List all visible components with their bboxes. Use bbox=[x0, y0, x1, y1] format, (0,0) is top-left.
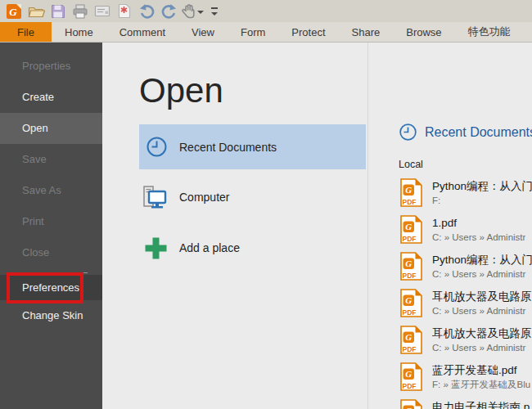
file-path: C: » Users » Administr bbox=[432, 267, 532, 281]
recent-file-item[interactable]: G PDF 耳机放大器及电路原 C: » Users » Administr bbox=[400, 289, 532, 320]
group-label-local: Local bbox=[399, 159, 423, 170]
open-pane: Open Recent Documents Computer bbox=[139, 43, 367, 409]
sidebar-menu-item[interactable]: Properties bbox=[0, 51, 102, 82]
ribbon-tab[interactable]: View bbox=[178, 22, 228, 42]
ribbon-tab[interactable]: 特色功能 bbox=[455, 22, 524, 42]
foxit-app-icon[interactable]: G bbox=[5, 2, 23, 20]
file-title: 蓝牙开发基础.pdf bbox=[432, 363, 530, 378]
ribbon-tab[interactable]: Form bbox=[228, 22, 278, 42]
file-path: F: bbox=[432, 194, 532, 207]
undo-icon[interactable] bbox=[138, 2, 156, 20]
clock-icon bbox=[146, 136, 168, 158]
place-label: Computer bbox=[179, 191, 229, 204]
place-add-a-place[interactable]: Add a place bbox=[139, 231, 366, 265]
pdf-file-icon: G PDF bbox=[400, 215, 422, 244]
file-backstage: PropertiesCreateOpenSaveSave AsPrintClos… bbox=[0, 43, 532, 409]
print-icon[interactable] bbox=[71, 2, 89, 20]
svg-text:G: G bbox=[9, 6, 17, 18]
customize-toolbar-icon[interactable] bbox=[211, 7, 218, 16]
sidebar-menu-item[interactable]: Print bbox=[0, 206, 102, 237]
red-annotation-rectangle bbox=[7, 272, 83, 303]
pdf-file-icon: G PDF bbox=[400, 362, 422, 391]
file-title: 耳机放大器及电路原 bbox=[432, 326, 532, 341]
file-path: F: » 蓝牙开发基础及Blu bbox=[432, 378, 530, 391]
page-title: Open bbox=[139, 72, 223, 110]
svg-text:G: G bbox=[405, 369, 412, 379]
place-label: Add a place bbox=[179, 241, 240, 254]
file-path: C: » Users » Administr bbox=[432, 341, 532, 354]
file-title: Python编程：从入门 bbox=[432, 253, 532, 267]
quick-access-toolbar: G bbox=[0, 0, 532, 22]
recent-file-item[interactable]: G PDF Python编程：从入门 F: bbox=[400, 178, 532, 209]
ribbon-tab[interactable]: Comment bbox=[106, 22, 178, 42]
hand-tool-button[interactable] bbox=[182, 3, 204, 19]
ribbon-tab[interactable]: Share bbox=[339, 22, 394, 42]
svg-text:PDF: PDF bbox=[403, 235, 417, 243]
recent-documents-header: Recent Documents bbox=[399, 123, 532, 142]
svg-text:PDF: PDF bbox=[403, 198, 417, 206]
svg-text:G: G bbox=[405, 185, 412, 195]
redo-icon[interactable] bbox=[160, 2, 178, 20]
ribbon-tab[interactable]: Protect bbox=[278, 22, 338, 42]
sidebar-menu-item[interactable]: Change Skin bbox=[0, 300, 102, 331]
file-path: C: » Users » Administr bbox=[432, 304, 532, 317]
recent-file-item[interactable]: G PDF 1.pdf C: » Users » Administr bbox=[400, 215, 532, 246]
sidebar-menu-item[interactable]: Open bbox=[0, 113, 102, 144]
hand-tool-icon bbox=[182, 3, 196, 19]
svg-text:G: G bbox=[405, 258, 412, 268]
clock-icon bbox=[399, 123, 417, 142]
file-path: C: » Users » Administr bbox=[432, 231, 525, 244]
recent-file-item[interactable]: G PDF Python编程：从入门 C: » Users » Administ… bbox=[400, 252, 532, 283]
file-title: 电力电子相关指南.p bbox=[432, 400, 530, 409]
recent-documents-title: Recent Documents bbox=[425, 125, 532, 140]
recent-file-list: G PDF Python编程：从入门 F: G PDF 1.pdf C: bbox=[400, 178, 532, 409]
ribbon-tab[interactable]: Home bbox=[52, 22, 106, 42]
svg-text:PDF: PDF bbox=[403, 272, 417, 280]
recent-documents-panel: Recent Documents Local G PDF Python编程：从入… bbox=[368, 43, 532, 409]
file-title: 1.pdf bbox=[432, 216, 525, 231]
place-recent-documents[interactable]: Recent Documents bbox=[139, 124, 366, 169]
recent-file-item[interactable]: G PDF 蓝牙开发基础.pdf F: » 蓝牙开发基础及Blu bbox=[400, 362, 532, 393]
recent-file-item[interactable]: G PDF 电力电子相关指南.p bbox=[400, 399, 532, 409]
ribbon-tab[interactable]: Browse bbox=[393, 22, 454, 42]
new-document-icon[interactable] bbox=[115, 2, 133, 20]
file-menu-sidebar: PropertiesCreateOpenSaveSave AsPrintClos… bbox=[0, 43, 102, 409]
sidebar-menu-item[interactable]: Close bbox=[0, 237, 102, 268]
place-computer[interactable]: Computer bbox=[139, 180, 366, 214]
green-plus-icon bbox=[144, 236, 168, 260]
sidebar-menu-item[interactable]: Save As bbox=[0, 175, 102, 206]
recent-file-item[interactable]: G PDF 耳机放大器及电路原 C: » Users » Administr bbox=[400, 326, 532, 357]
ribbon-tab-bar: FileHomeCommentViewFormProtectShareBrows… bbox=[0, 22, 532, 43]
svg-text:G: G bbox=[405, 406, 412, 409]
pdf-file-icon: G PDF bbox=[400, 252, 422, 281]
svg-text:PDF: PDF bbox=[403, 308, 417, 317]
sidebar-menu-item[interactable]: Create bbox=[0, 82, 102, 113]
pdf-file-icon: G PDF bbox=[400, 289, 422, 317]
hand-dropdown-caret-icon[interactable] bbox=[197, 11, 204, 14]
open-folder-icon[interactable] bbox=[27, 2, 45, 20]
email-icon[interactable] bbox=[93, 2, 111, 20]
pdf-file-icon: G PDF bbox=[400, 399, 422, 409]
svg-text:G: G bbox=[405, 295, 412, 305]
save-icon[interactable] bbox=[49, 2, 67, 20]
svg-text:PDF: PDF bbox=[403, 382, 417, 390]
computer-icon bbox=[142, 185, 168, 209]
svg-text:PDF: PDF bbox=[403, 345, 417, 353]
pdf-file-icon: G PDF bbox=[400, 178, 422, 207]
sidebar-menu-item[interactable]: Save bbox=[0, 144, 102, 175]
pdf-file-icon: G PDF bbox=[400, 326, 422, 354]
file-title: 耳机放大器及电路原 bbox=[432, 290, 532, 304]
svg-text:G: G bbox=[405, 332, 412, 342]
file-title: Python编程：从入门 bbox=[432, 179, 532, 194]
place-label: Recent Documents bbox=[179, 141, 277, 154]
svg-text:G: G bbox=[405, 222, 412, 231]
ribbon-tab[interactable]: File bbox=[0, 22, 52, 42]
